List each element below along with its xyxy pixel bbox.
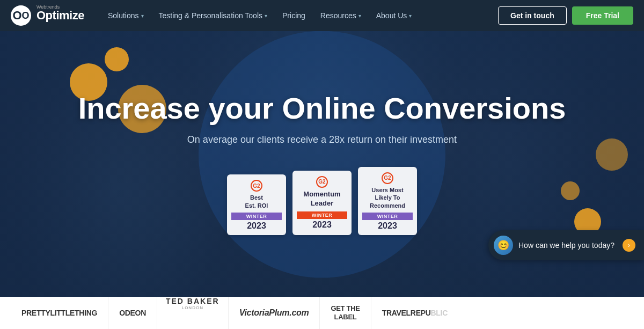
client-get-the-label: GET THELABEL xyxy=(320,297,371,329)
chevron-down-icon: ▾ xyxy=(358,13,361,19)
nav-item-solutions[interactable]: Solutions ▾ xyxy=(100,0,151,31)
badge-best-roi: G2 BestEst. ROI WINTER 2023 xyxy=(227,174,286,235)
chat-arrow-icon: › xyxy=(623,239,635,252)
badge-users: G2 Users MostLikely ToRecommend WINTER 2… xyxy=(358,167,417,235)
nav-item-testing[interactable]: Testing & Personalisation Tools ▾ xyxy=(151,0,275,31)
get-in-touch-button[interactable]: Get in touch xyxy=(498,6,567,25)
g2-icon: G2 xyxy=(316,176,328,188)
logo-icon: O xyxy=(11,5,31,26)
nav-item-about[interactable]: About Us ▾ xyxy=(369,0,420,31)
badge-season-momentum: WINTER xyxy=(297,211,347,219)
nav-item-resources[interactable]: Resources ▾ xyxy=(313,0,369,31)
nav-links: Solutions ▾ Testing & Personalisation To… xyxy=(100,0,498,31)
nav-label-about: About Us xyxy=(376,11,407,20)
decoration-dot-2 xyxy=(105,47,129,71)
g2-icon: G2 xyxy=(382,172,393,184)
chat-widget[interactable]: 😊 How can we help you today? › xyxy=(488,230,644,260)
client-victoria-plum: VictoriaPlum.com xyxy=(229,297,320,329)
g2-badges: G2 BestEst. ROI WINTER 2023 G2 MomentumL… xyxy=(78,167,566,235)
hero-subtitle: On average our clients receive a 28x ret… xyxy=(78,134,566,145)
logo[interactable]: O Webtrends Optimize xyxy=(11,5,84,26)
hero-content: Increase your Online Conversions On aver… xyxy=(57,93,588,235)
nav-label-resources: Resources xyxy=(320,11,356,20)
client-prettylittlething: PRETTYLITTLETHING xyxy=(11,297,108,329)
hero-title: Increase your Online Conversions xyxy=(78,93,566,125)
chat-text: How can we help you today? xyxy=(518,241,614,250)
badge-title-roi: BestEst. ROI xyxy=(245,194,268,209)
navbar: O Webtrends Optimize Solutions ▾ Testing… xyxy=(0,0,644,31)
chevron-down-icon: ▾ xyxy=(409,13,412,19)
g2-icon: G2 xyxy=(251,180,262,192)
logo-text: Optimize xyxy=(36,9,84,22)
nav-label-pricing: Pricing xyxy=(282,11,305,20)
badge-title-users: Users MostLikely ToRecommend xyxy=(370,186,405,209)
badge-year-momentum: 2023 xyxy=(312,220,332,230)
badge-season-users: WINTER xyxy=(362,213,413,220)
free-trial-button[interactable]: Free Trial xyxy=(572,6,633,25)
badge-year-roi: 2023 xyxy=(247,221,266,231)
nav-cta: Get in touch Free Trial xyxy=(498,6,633,25)
nav-label-testing: Testing & Personalisation Tools xyxy=(159,11,263,20)
chevron-down-icon: ▾ xyxy=(265,13,267,19)
nav-label-solutions: Solutions xyxy=(108,11,139,20)
hero-section: Increase your Online Conversions On aver… xyxy=(0,31,644,297)
clients-bar: PRETTYLITTLETHING ODEON TED BAKER LONDON… xyxy=(0,297,644,329)
client-odeon: ODEON xyxy=(108,297,157,329)
badge-momentum: G2 MomentumLeader WINTER 2023 xyxy=(292,171,352,235)
nav-item-pricing[interactable]: Pricing xyxy=(275,0,313,31)
decoration-dot-6 xyxy=(596,138,628,171)
chevron-down-icon: ▾ xyxy=(141,13,144,19)
chat-avatar: 😊 xyxy=(494,236,513,255)
badge-title-momentum: MomentumLeader xyxy=(303,190,340,208)
badge-year-users: 2023 xyxy=(378,221,397,231)
client-ted-baker: TED BAKER LONDON xyxy=(157,297,229,329)
logo-tagline: Webtrends xyxy=(36,4,60,10)
client-travel-republic: TRAVELREPUBLIC xyxy=(371,297,458,329)
badge-season-roi: WINTER xyxy=(231,213,282,220)
